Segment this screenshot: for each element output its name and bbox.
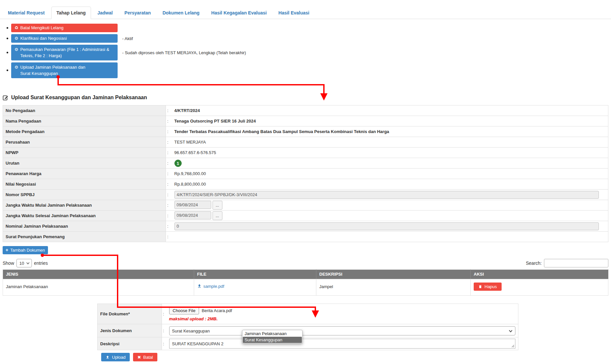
tab-jadwal[interactable]: Jadwal bbox=[92, 7, 118, 19]
field-label: NPWP bbox=[3, 148, 166, 158]
urutan-badge: 1 bbox=[174, 160, 182, 167]
npwp-value: 96.657.657.6-576.575 bbox=[171, 148, 608, 158]
upload-document-form: File Dokumen* Choose FileBerita Acara.pd… bbox=[97, 304, 518, 350]
tab-tahap-lelang[interactable]: Tahap Lelang bbox=[51, 7, 91, 19]
tambah-dokumen-button[interactable]: + Tambah Dokumen bbox=[3, 246, 48, 254]
dropdown-option-surat[interactable]: Surat Kesanggupan bbox=[243, 337, 302, 343]
colon bbox=[166, 116, 171, 126]
trash-icon bbox=[478, 284, 482, 289]
doc-deskripsi-cell: Jampel bbox=[316, 279, 471, 296]
colon bbox=[166, 169, 171, 179]
pemasukan-penawaran-button[interactable]: ⚙Pemasukan Penawaran (File 1 : Administr… bbox=[11, 45, 118, 60]
jangka-selesai-datepicker-button[interactable]: ... bbox=[213, 211, 222, 220]
tambah-dokumen-label: Tambah Dokumen bbox=[10, 248, 45, 253]
surat-penunjukan-value bbox=[171, 232, 608, 242]
nomor-sppbj-input[interactable] bbox=[174, 191, 599, 199]
stage-label: Batal Mengikuti Lelang bbox=[20, 25, 64, 31]
colon bbox=[162, 337, 167, 350]
x-icon: ✖ bbox=[137, 355, 141, 360]
flow-arrow-tambah-seg bbox=[117, 307, 316, 308]
jenis-dokumen-label: Jenis Dokumen bbox=[98, 324, 162, 337]
table-row: Penawaran Harga Rp.9,768,000.00 bbox=[3, 169, 608, 179]
table-controls: Show 10 entries Search: bbox=[3, 259, 608, 267]
table-row: Nilai Negosiasi Rp.8,800,000.00 bbox=[3, 179, 608, 190]
documents-table: JENIS FILE DESKRIPSI AKSI Jaminan Pelaks… bbox=[3, 269, 608, 296]
header-deskripsi[interactable]: DESKRIPSI bbox=[316, 270, 471, 279]
cogs-icon: ⚙ bbox=[14, 46, 18, 53]
tab-bar: Material Request Tahap Lelang Jadwal Per… bbox=[0, 0, 611, 19]
colon bbox=[166, 126, 171, 137]
nilai-negosiasi-value: Rp.8,800,000.00 bbox=[171, 179, 608, 190]
tab-material-request[interactable]: Material Request bbox=[3, 7, 50, 19]
form-actions: Upload ✖ Batal bbox=[101, 353, 611, 361]
no-pengadaan-value: 4/KTRT/2024 bbox=[171, 105, 608, 116]
table-row: Jangka Waktu Selesai Jaminan Pelaksanaan… bbox=[3, 211, 608, 221]
procurement-detail-table: No Pengadaan 4/KTRT/2024 Nama Pengadaan … bbox=[3, 105, 608, 242]
flow-arrow-stage-head bbox=[320, 93, 328, 101]
jenis-dokumen-select[interactable]: Surat Kesanggupan Jaminan Pelaksanaan Su… bbox=[169, 326, 516, 335]
nominal-jaminan-input[interactable] bbox=[174, 222, 599, 230]
colon bbox=[166, 200, 171, 211]
tab-hasil-kegagalan-evaluasi[interactable]: Hasil Kegagalan Evaluasi bbox=[206, 7, 272, 19]
flow-arrow-tambah-head bbox=[312, 310, 319, 318]
table-row: Urutan 1 bbox=[3, 158, 608, 169]
table-row: Surat Penunjukan Pemenang bbox=[3, 232, 608, 242]
show-label: Show bbox=[3, 261, 14, 266]
flow-arrow-stage-seg bbox=[323, 84, 325, 94]
hapus-button[interactable]: Hapus bbox=[474, 283, 502, 291]
nama-pengadaan-value: Tenaga Outsorcing PT SIER 16 Juli 2024 bbox=[171, 116, 608, 126]
resize-grip-icon[interactable] bbox=[511, 345, 514, 348]
stage-status-aktif: - Aktif bbox=[122, 36, 133, 41]
field-label: Nilai Negosiasi bbox=[3, 179, 166, 190]
header-jenis[interactable]: JENIS bbox=[3, 270, 194, 279]
plus-icon: + bbox=[6, 248, 8, 252]
tab-persyaratan[interactable]: Persyaratan bbox=[119, 7, 156, 19]
table-row: Metode Pengadaan Tender Terbatas Pascaku… bbox=[3, 126, 608, 137]
deskripsi-value: SURAT KESANGGUPAN 2 bbox=[172, 341, 224, 346]
stage-list: ♻Batal Mengikuti Lelang ⚙Klarifikasi dan… bbox=[0, 24, 611, 78]
file-download-link[interactable]: sample.pdf bbox=[197, 284, 224, 289]
download-icon bbox=[197, 284, 202, 288]
colon bbox=[166, 148, 171, 158]
jenis-dokumen-dropdown: Jaminan Pelaksanaan Surat Kesanggupan bbox=[242, 330, 303, 344]
page: Material Request Tahap Lelang Jadwal Per… bbox=[0, 0, 611, 364]
colon bbox=[166, 158, 171, 169]
form-row-deskripsi: Deskripsi SURAT KESANGGUPAN 2 bbox=[98, 337, 518, 350]
edit-icon bbox=[3, 95, 9, 101]
batal-mengikuti-lelang-button[interactable]: ♻Batal Mengikuti Lelang bbox=[11, 24, 118, 32]
tab-dokumen-lelang[interactable]: Dokumen Lelang bbox=[157, 7, 205, 19]
flow-arrow-stage-seg bbox=[57, 84, 325, 85]
deskripsi-textarea[interactable]: SURAT KESANGGUPAN 2 bbox=[169, 339, 516, 349]
search-input[interactable] bbox=[544, 259, 608, 267]
header-file[interactable]: FILE bbox=[194, 270, 316, 279]
page-size-select[interactable]: 10 bbox=[16, 259, 32, 267]
jangka-mulai-input[interactable] bbox=[174, 201, 211, 209]
stage-label: Upload Jaminan Pelaksanaan dan Surat Kes… bbox=[20, 64, 88, 77]
klarifikasi-negosiasi-button[interactable]: ⚙Klarifikasi dan Negosiasi bbox=[11, 34, 118, 43]
hapus-label: Hapus bbox=[485, 284, 497, 289]
dropdown-option-jaminan[interactable]: Jaminan Pelaksanaan bbox=[243, 330, 302, 337]
stage-label: Pemasukan Penawaran (File 1 : Administra… bbox=[20, 46, 113, 59]
documents-table-header: JENIS FILE DESKRIPSI AKSI bbox=[3, 270, 608, 279]
colon bbox=[162, 324, 167, 337]
jangka-selesai-input[interactable] bbox=[174, 211, 211, 219]
recycle-icon: ♻ bbox=[14, 25, 18, 31]
upload-button[interactable]: Upload bbox=[101, 353, 130, 361]
penawaran-harga-value: Rp.9,768,000.00 bbox=[171, 169, 608, 179]
stage-item-klarifikasi: ⚙Klarifikasi dan Negosiasi - Aktif bbox=[11, 34, 611, 43]
max-upload-note: maksimal upload : 2MB. bbox=[169, 316, 516, 321]
batal-button[interactable]: ✖ Batal bbox=[133, 353, 157, 361]
table-row: NPWP 96.657.657.6-576.575 bbox=[3, 148, 608, 158]
flow-arrow-tambah-seg bbox=[117, 255, 118, 308]
field-label: Nama Pengadaan bbox=[3, 116, 166, 126]
colon bbox=[166, 137, 171, 148]
perusahaan-value: TEST MERJAYA bbox=[171, 137, 608, 148]
header-aksi[interactable]: AKSI bbox=[471, 270, 608, 279]
upload-icon bbox=[105, 355, 110, 359]
jangka-mulai-datepicker-button[interactable]: ... bbox=[213, 201, 222, 210]
tab-hasil-evaluasi[interactable]: Hasil Evaluasi bbox=[273, 7, 315, 19]
colon bbox=[166, 221, 171, 232]
upload-jaminan-button[interactable]: ⚙Upload Jaminan Pelaksanaan dan Surat Ke… bbox=[11, 62, 118, 78]
table-row: Nomor SPPBJ bbox=[3, 190, 608, 200]
upload-label: Upload bbox=[112, 355, 125, 360]
